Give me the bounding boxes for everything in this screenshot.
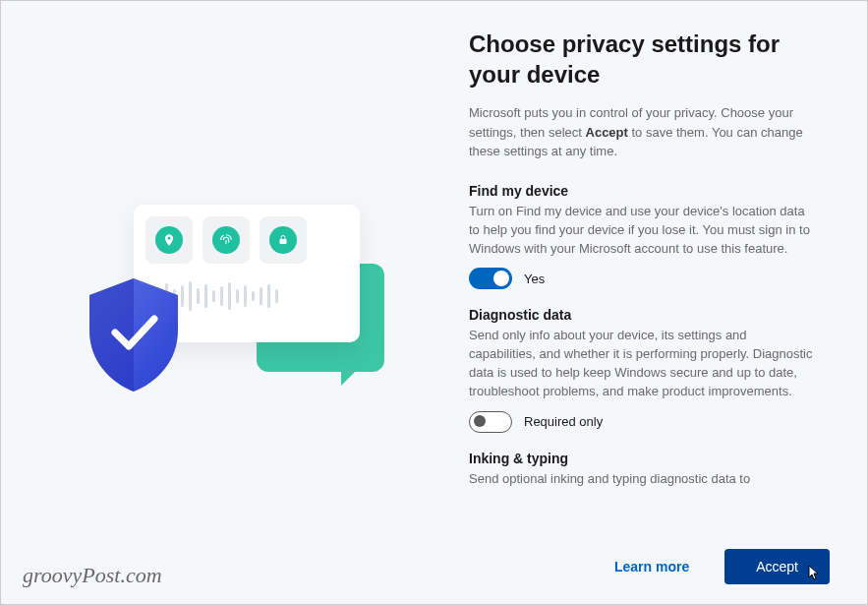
footer: Learn more Accept [614,549,830,584]
setting-description: Send optional inking and typing diagnost… [469,470,814,489]
setting-description: Turn on Find my device and use your devi… [469,203,814,259]
lock-icon [260,216,307,264]
page-title: Choose privacy settings for your device [469,29,814,90]
location-pin-icon [145,216,193,264]
accept-button[interactable]: Accept [724,549,830,584]
settings-list: Find my device Turn on Find my device an… [469,183,814,507]
setting-description: Send only info about your device, its se… [469,327,814,400]
setting-inking-typing: Inking & typing Send optional inking and… [469,451,814,489]
shield-icon [80,273,188,396]
illustration-panel [21,21,453,604]
setting-title: Diagnostic data [469,307,814,323]
cursor-icon [808,565,822,580]
toggle-label: Required only [524,414,603,429]
svg-rect-2 [280,239,287,244]
learn-more-link[interactable]: Learn more [614,559,689,575]
svg-point-1 [168,236,171,239]
setting-find-my-device: Find my device Turn on Find my device an… [469,183,814,290]
setting-title: Find my device [469,183,814,199]
watermark: groovyPost.com [23,563,162,588]
content-panel: Choose privacy settings for your device … [453,21,847,604]
privacy-illustration [70,185,404,441]
diagnostic-data-toggle[interactable] [469,411,512,433]
setting-title: Inking & typing [469,451,814,466]
intro-text: Microsoft puts you in control of your pr… [469,103,814,161]
setting-diagnostic-data: Diagnostic data Send only info about you… [469,307,814,432]
find-my-device-toggle[interactable] [469,268,512,289]
toggle-label: Yes [524,272,545,286]
fingerprint-icon [203,216,250,264]
